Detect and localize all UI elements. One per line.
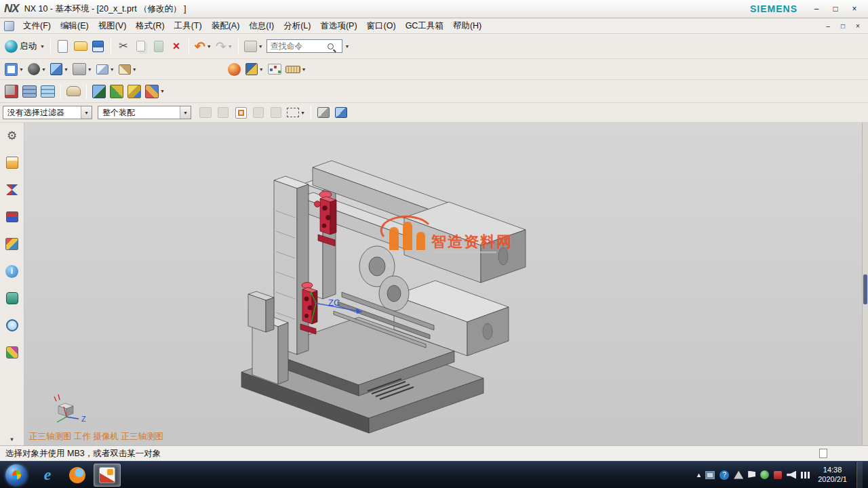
cut-button[interactable]: ✂ [115,37,132,56]
orient-view-button[interactable]: ▼ [26,60,48,79]
tray-help-icon[interactable]: ? [719,470,729,480]
command-search-input[interactable] [271,41,328,51]
sidebar-collapse-icon[interactable]: ▼ [9,436,15,443]
view-operation-button[interactable]: ▼ [94,60,117,79]
graphics-viewport[interactable]: ZC 智造资料网 [24,123,868,445]
open-file-button[interactable] [72,37,90,56]
menu-edit[interactable]: 编辑(E) [56,19,94,33]
scrollbar-thumb[interactable] [863,274,867,304]
menu-information[interactable]: 信息(I) [244,19,279,33]
delete-button[interactable]: × [167,37,185,56]
work-part-cube-button[interactable] [332,104,350,122]
tray-hidden-icons-chevron[interactable]: ▴ [697,470,701,479]
menu-analysis[interactable]: 分析(L) [279,19,315,33]
scope-combo[interactable]: 整个装配 ▼ [98,106,191,119]
true-shading-button[interactable] [226,60,243,79]
reuse-library-button[interactable] [5,237,20,251]
taskbar-browser-button[interactable] [64,464,91,487]
maximize-button[interactable]: □ [826,3,845,15]
child-close-button[interactable]: × [850,21,865,31]
snap-enable-button[interactable] [232,104,250,122]
start-menu-button[interactable]: 启动 ▼ [3,37,47,56]
copy-button[interactable] [132,37,150,56]
status-page-icon[interactable] [819,449,827,458]
view-layout-button[interactable]: ▼ [3,60,26,79]
part-navigator-button[interactable] [5,209,20,224]
toolbar-separator [86,84,87,99]
assembly-navigator-button[interactable] [5,155,20,170]
viewport-scrollbar[interactable] [862,123,868,445]
menu-assemblies[interactable]: 装配(A) [207,19,245,33]
repeat-command-button[interactable]: ▼ [242,37,265,56]
combo-arrow-icon[interactable]: ▼ [81,106,92,119]
tray-flag-icon[interactable] [748,471,755,479]
save-button[interactable] [90,37,107,56]
tray-antivirus-icon[interactable] [774,471,782,479]
assembly-constraints-icon [110,85,123,98]
type-filter-combo[interactable]: 没有选择过滤器 ▼ [3,106,92,119]
history-palette-button[interactable] [5,291,20,306]
start-button[interactable] [5,464,27,486]
assembly-sequence-icon [145,85,159,98]
child-minimize-button[interactable]: – [821,21,835,31]
marquee-style-button[interactable]: ▼ [285,104,307,122]
menu-window[interactable]: 窗口(O) [362,19,401,33]
resource-options-button[interactable]: ⚙ [5,128,20,143]
menu-tools[interactable]: 工具(T) [170,19,207,33]
undo-button[interactable]: ↶▼ [193,37,214,56]
title-bar[interactable]: NX NX 10 - 基本环境 - [20_x_t.prt （修改的） ] SI… [0,0,868,18]
search-icon[interactable] [328,43,334,49]
menu-format[interactable]: 格式(R) [131,19,169,33]
find-component-button[interactable] [3,82,20,100]
product-outline-button[interactable] [64,82,83,100]
new-file-button[interactable] [54,37,72,56]
menu-gc-toolbox[interactable]: GC工具箱 [401,19,448,33]
move-component-button[interactable] [90,82,108,100]
search-dropdown-icon[interactable]: ▼ [345,44,350,49]
visual-effects-button[interactable]: ▼ [243,60,266,79]
exploded-views-button[interactable] [125,82,143,100]
taskbar-ie-button[interactable]: e [34,464,61,487]
view-section-button[interactable]: ▼ [117,60,139,79]
menu-help[interactable]: 帮助(H) [448,19,486,33]
menu-view[interactable]: 视图(V) [94,19,132,33]
snap-point-button[interactable] [266,60,283,79]
show-shaded-cube-button[interactable] [315,104,332,122]
constraint-navigator-button[interactable] [5,182,20,197]
roles-button[interactable] [5,345,20,360]
previous-selection-button[interactable] [214,104,232,122]
redo-button[interactable]: ↷▼ [214,37,235,56]
combo-arrow-icon[interactable]: ▼ [180,106,191,119]
paste-button[interactable] [150,37,167,56]
menu-file[interactable]: 文件(F) [18,19,56,33]
assembly-sequence-button[interactable]: ▼ [143,82,167,100]
pattern-component-button[interactable] [39,82,57,100]
child-restore-button[interactable]: □ [835,21,850,31]
rendering-style-button[interactable]: ▼ [48,60,71,79]
measure-button[interactable]: ▼ [283,60,309,79]
machine-model[interactable]: ZC 智造资料网 [24,123,868,445]
find-component-icon [5,85,18,98]
taskbar-clock[interactable]: 14:38 2020/2/1 [818,466,847,485]
app-icon[interactable] [4,21,14,31]
web-browser-button[interactable]: i [5,264,20,279]
assembly-constraints-button[interactable] [108,82,125,100]
close-button[interactable]: × [845,3,864,15]
background-button[interactable]: ▼ [71,60,94,79]
system-scenes-button[interactable] [5,318,20,333]
tray-monitor-icon[interactable] [705,471,715,479]
tray-update-icon[interactable] [760,470,769,479]
menu-preferences[interactable]: 首选项(P) [315,19,361,33]
background-swatch-icon [73,63,86,75]
tray-safely-remove-icon[interactable] [734,471,743,479]
show-desktop-button[interactable] [856,462,863,488]
tray-network-icon[interactable] [801,472,810,479]
taskbar-nx-button[interactable] [94,464,121,487]
select-chain-button[interactable] [197,104,214,122]
tray-volume-icon[interactable] [787,471,796,479]
highlight-selection-button[interactable] [250,104,267,122]
siemens-logo: SIEMENS [750,3,797,14]
component-group-button[interactable] [20,82,39,100]
deselect-button[interactable] [267,104,285,122]
minimize-button[interactable]: – [807,3,826,15]
